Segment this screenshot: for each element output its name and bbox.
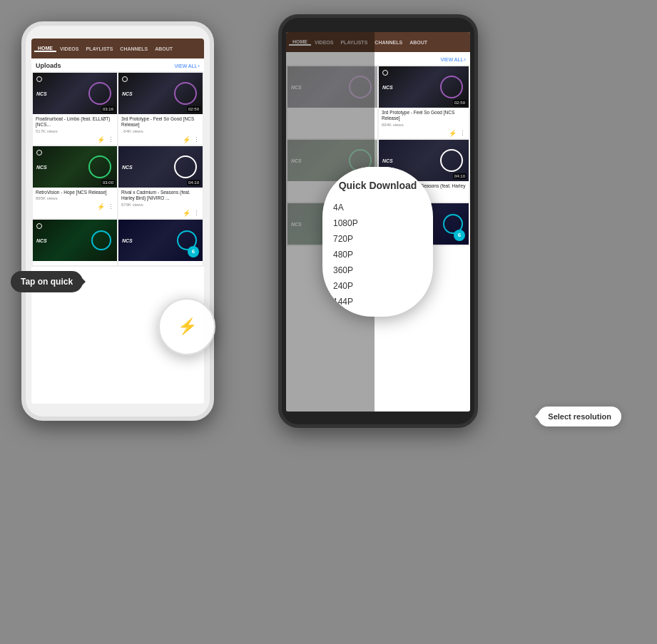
video-title-2: 3rd Prototype - Feel So Good [NCS Releas… (121, 116, 200, 128)
duration-1: 03:16 (101, 106, 115, 112)
resolution-720p[interactable]: 720P (333, 231, 433, 247)
tap-tooltip-text: Tap on quick (21, 277, 73, 287)
right-video-card-r1[interactable]: NCS 02:50 3rd Prototype - Feel So Good [… (379, 66, 469, 138)
bolt-icon-1[interactable]: ⚡ (97, 136, 105, 143)
circle-ring-5 (91, 230, 111, 250)
right-nav-about[interactable]: ABOUT (406, 40, 431, 45)
right-nav-playlists[interactable]: PLAYLISTS (337, 40, 371, 45)
right-nav-home[interactable]: HOME (289, 39, 311, 46)
video-title-1: Floatinurboat - Limbo (feat. ELLIØT) [NC… (36, 116, 114, 128)
view-all-arrow-icon: › (198, 63, 200, 69)
video-thumb-1: NCS 03:16 (33, 73, 117, 114)
video-title-4: Rival x Cadmium - Seasons (feat. Harley … (121, 190, 200, 202)
video-thumb-6: NCS 6 (118, 220, 203, 261)
circle-highlight-left: ⚡ (158, 298, 215, 355)
video-thumb-4: NCS 04:10 (118, 146, 203, 188)
video-card-6[interactable]: NCS 6 (118, 220, 203, 265)
circle-ring-4 (174, 155, 197, 178)
quick-bolt-icon[interactable]: ⚡ (178, 317, 197, 336)
video-card-3[interactable]: NCS 03:00 RetroVision - Hope [NCS Releas… (33, 146, 117, 218)
video-card-1[interactable]: NCS 03:16 Floatinurboat - Limbo (feat. E… (33, 73, 117, 145)
video-title-3: RetroVision - Hope [NCS Release] (36, 190, 114, 195)
more-icon-2[interactable]: ⋮ (193, 136, 200, 143)
video-card-4[interactable]: NCS 04:10 Rival x Cadmium - Seasons (fea… (118, 146, 203, 218)
quick-download-popup: Quick Download 4A 1080P 720P 480P 360P 2… (322, 167, 433, 317)
video-thumb-2: NCS 02:50 (118, 73, 203, 114)
resolution-list: 4A 1080P 720P 480P 360P 240P 144P (322, 198, 433, 317)
right-nav-channels[interactable]: CHANNELS (371, 40, 406, 45)
right-uploads-header: Uploads VIEW ALL › (286, 52, 470, 65)
video-card-2[interactable]: NCS 02:50 3rd Prototype - Feel So Good [… (118, 73, 203, 145)
resolution-4a[interactable]: 4A (333, 200, 433, 215)
right-video-thumb-r1: NCS 02:50 (379, 66, 469, 108)
ncs-logo-2: NCS (122, 91, 133, 96)
video-views-3: 895K views (36, 196, 114, 200)
left-nav-about[interactable]: ABOUT (151, 46, 176, 51)
right-ncs-l2: NCS (291, 158, 302, 163)
resolution-360p[interactable]: 360P (333, 262, 433, 278)
ncs-logo-4: NCS (122, 164, 133, 169)
right-video-card-left-1: NCS (287, 66, 377, 138)
uploads-header: Uploads VIEW ALL › (31, 58, 204, 71)
bolt-icon-3[interactable]: ⚡ (97, 203, 105, 210)
video-thumb-5: NCS (33, 220, 117, 261)
right-circle-r2 (440, 149, 463, 172)
left-phone: HOME VIDEOS PLAYLISTS CHANNELS ABOUT Upl… (21, 21, 214, 421)
right-views-r1: 694K views (382, 123, 466, 127)
resolution-240p[interactable]: 240P (333, 278, 433, 294)
duration-3: 03:00 (101, 180, 115, 185)
select-resolution-text: Select resolution (548, 412, 611, 421)
left-nav-videos[interactable]: VIDEOS (56, 46, 82, 51)
number-badge-6: 6 (188, 246, 199, 257)
left-nav-home[interactable]: HOME (34, 46, 56, 52)
ncs-logo-5: NCS (36, 237, 47, 242)
circle-ring-1 (88, 82, 111, 105)
right-view-all-arrow-icon: › (464, 56, 466, 63)
uploads-title: Uploads (36, 62, 61, 69)
video-views-4: 679K views (121, 203, 200, 207)
right-circle-l1 (349, 76, 372, 98)
right-circle-r1 (440, 76, 463, 98)
circle-ring-2 (174, 82, 197, 105)
right-bolt-r1[interactable]: ⚡ (449, 130, 457, 137)
right-duration-r1: 02:50 (453, 100, 467, 106)
bolt-icon-2[interactable]: ⚡ (183, 136, 190, 143)
resolution-480p[interactable]: 480P (333, 247, 433, 262)
right-nav-bar: HOME VIDEOS PLAYLISTS CHANNELS ABOUT (286, 32, 470, 52)
right-video-thumb-l1: NCS (287, 66, 377, 108)
right-ncs-r2: NCS (382, 158, 393, 163)
ncs-logo-3: NCS (36, 164, 47, 169)
left-nav-playlists[interactable]: PLAYLISTS (82, 46, 116, 51)
more-icon-1[interactable]: ⋮ (108, 136, 114, 143)
view-all-button[interactable]: VIEW ALL › (174, 63, 200, 69)
tap-on-quick-tooltip: Tap on quick (11, 271, 83, 292)
ncs-logo-1: NCS (36, 91, 47, 96)
right-ncs-l1: NCS (291, 85, 302, 90)
video-thumb-3: NCS 03:00 (33, 146, 117, 188)
left-nav-bar: HOME VIDEOS PLAYLISTS CHANNELS ABOUT (31, 39, 204, 58)
select-resolution-tooltip: Select resolution (538, 407, 621, 426)
right-badge-r3: 6 (454, 230, 465, 241)
right-view-all-button[interactable]: VIEW ALL › (440, 56, 466, 63)
video-card-5[interactable]: NCS (33, 220, 117, 265)
left-nav-channels[interactable]: CHANNELS (116, 46, 151, 51)
right-ncs-l3: NCS (291, 221, 302, 226)
more-icon-4[interactable]: ⋮ (193, 210, 200, 217)
resolution-1080p[interactable]: 1080P (333, 215, 433, 231)
right-duration-r2: 04:10 (453, 173, 467, 179)
ncs-logo-6: NCS (122, 237, 133, 242)
video-views-1: 517K views (36, 129, 114, 133)
circle-ring-3 (88, 155, 111, 178)
right-more-r1[interactable]: ⋮ (459, 130, 466, 137)
right-ncs-r1: NCS (382, 85, 393, 90)
video-views-2: ..64K views (121, 129, 200, 133)
right-nav-videos[interactable]: VIDEOS (311, 40, 337, 45)
bolt-icon-4[interactable]: ⚡ (183, 210, 190, 217)
duration-4: 04:10 (187, 180, 200, 185)
duration-2: 02:50 (187, 106, 200, 112)
video-grid-left: NCS 03:16 Floatinurboat - Limbo (feat. E… (31, 71, 204, 267)
right-title-r1: 3rd Prototype - Feel So Good [NCS Releas… (382, 110, 466, 122)
more-icon-3[interactable]: ⋮ (108, 203, 114, 210)
